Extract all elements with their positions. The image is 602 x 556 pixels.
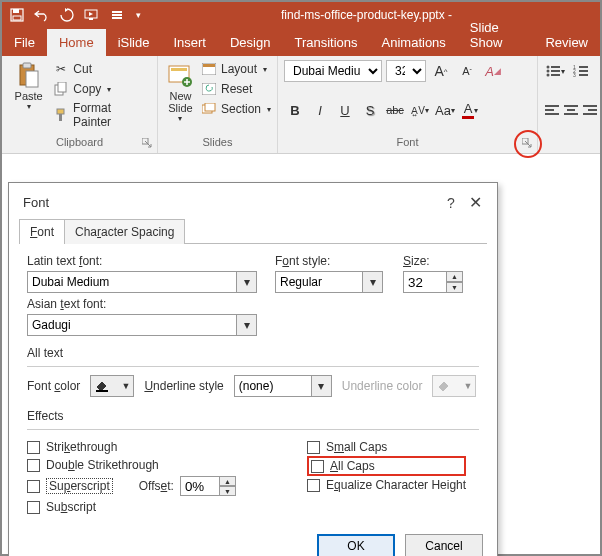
new-slide-button[interactable]: New Slide ▾ (164, 60, 197, 125)
svg-rect-7 (112, 17, 122, 19)
spin-up[interactable]: ▲ (447, 271, 463, 282)
svg-rect-46 (96, 390, 108, 392)
bullets-button[interactable]: ▾ (544, 60, 566, 82)
align-left-button[interactable] (544, 99, 560, 121)
shrink-font-button[interactable]: Aˇ (456, 60, 478, 82)
font-style-input[interactable] (275, 271, 363, 293)
tab-transitions[interactable]: Transitions (282, 29, 369, 56)
font-style-combo[interactable]: ▾ (275, 271, 385, 293)
svg-rect-6 (112, 14, 122, 16)
layout-label: Layout (221, 62, 257, 76)
chevron-down-icon[interactable]: ▾ (237, 271, 257, 293)
size-spinner[interactable]: ▲▼ (403, 271, 473, 293)
numbering-button[interactable]: 123 (570, 60, 592, 82)
redo-icon[interactable] (60, 8, 74, 22)
underline-button[interactable]: U (334, 99, 356, 121)
layout-button[interactable]: Layout▾ (201, 60, 271, 78)
chevron-down-icon[interactable]: ▾ (312, 375, 332, 397)
bold-button[interactable]: B (284, 99, 306, 121)
format-painter-button[interactable]: Format Painter (53, 100, 151, 130)
spin-down[interactable]: ▼ (447, 282, 463, 293)
svg-rect-13 (57, 109, 64, 114)
cancel-button[interactable]: Cancel (405, 534, 483, 556)
clipboard-launcher[interactable] (140, 136, 154, 150)
start-from-beginning-icon[interactable] (84, 8, 100, 22)
grow-font-button[interactable]: A^ (430, 60, 452, 82)
double-strike-checkbox[interactable]: Double Strikethrough (27, 456, 277, 474)
tab-animations[interactable]: Animations (370, 29, 458, 56)
subscript-checkbox[interactable]: Subscript (27, 498, 277, 516)
copy-icon (53, 81, 69, 97)
section-button[interactable]: Section▾ (201, 100, 271, 118)
svg-rect-37 (545, 105, 559, 107)
help-button[interactable]: ? (439, 195, 463, 211)
strike-button[interactable]: abc (384, 99, 406, 121)
dialog-tab-spacing[interactable]: Character Spacing (64, 219, 185, 244)
group-clipboard: Paste ▾ ✂Cut Copy▾ Format Painter Clipbo… (2, 56, 158, 153)
layout-icon (201, 61, 217, 77)
underline-style-input[interactable] (234, 375, 312, 397)
font-style-label: Font style: (275, 254, 385, 268)
align-right-button[interactable] (582, 99, 598, 121)
group-font: Dubai Medium 32 A^ Aˇ A◢ B I U S abc A͍V… (278, 56, 538, 153)
small-caps-checkbox[interactable]: Small Caps (307, 438, 466, 456)
italic-button[interactable]: I (309, 99, 331, 121)
equalize-checkbox[interactable]: Equalize Character Height (307, 476, 466, 494)
underline-color-picker: ▼ (432, 375, 476, 397)
latin-font-input[interactable] (27, 271, 237, 293)
change-case-button[interactable]: Aa▾ (434, 99, 456, 121)
chevron-down-icon[interactable]: ▾ (237, 314, 257, 336)
copy-button[interactable]: Copy▾ (53, 80, 151, 98)
tab-islide[interactable]: iSlide (106, 29, 162, 56)
paint-bucket-icon (94, 379, 110, 393)
underline-style-combo[interactable]: ▾ (234, 375, 332, 397)
save-icon[interactable] (10, 8, 24, 22)
tab-insert[interactable]: Insert (161, 29, 218, 56)
latin-font-combo[interactable]: ▾ (27, 271, 257, 293)
clear-formatting-button[interactable]: A◢ (482, 60, 504, 82)
dialog-title: Font (23, 195, 49, 210)
asian-font-combo[interactable]: ▾ (27, 314, 257, 336)
size-input[interactable] (403, 271, 447, 293)
reset-label: Reset (221, 82, 252, 96)
spin-up[interactable]: ▲ (220, 476, 236, 486)
font-name-select[interactable]: Dubai Medium (284, 60, 382, 82)
tab-file[interactable]: File (2, 29, 47, 56)
reset-button[interactable]: Reset (201, 80, 271, 98)
offset-input[interactable] (180, 476, 220, 496)
undo-icon[interactable] (34, 8, 50, 22)
align-center-button[interactable] (563, 99, 579, 121)
svg-rect-26 (551, 66, 560, 68)
svg-rect-39 (545, 113, 559, 115)
close-button[interactable]: ✕ (463, 193, 487, 212)
char-spacing-button[interactable]: A͍V▾ (409, 99, 431, 121)
new-slide-icon (166, 62, 194, 90)
strike-checkbox[interactable]: Strikethrough (27, 438, 277, 456)
shadow-button[interactable]: S (359, 99, 381, 121)
tab-slideshow[interactable]: Slide Show (458, 14, 534, 56)
paste-button[interactable]: Paste ▾ (8, 60, 49, 130)
qat-dropdown-icon[interactable]: ▾ (136, 10, 141, 20)
svg-rect-14 (59, 114, 62, 121)
asian-font-input[interactable] (27, 314, 237, 336)
font-size-select[interactable]: 32 (386, 60, 426, 82)
svg-rect-32 (579, 66, 588, 68)
svg-rect-36 (579, 74, 588, 76)
font-color-picker[interactable]: ▼ (90, 375, 134, 397)
qat-more-icon[interactable] (110, 8, 126, 22)
font-dialog-launcher[interactable] (520, 136, 534, 150)
offset-spinner[interactable]: ▲▼ (180, 476, 236, 496)
tab-design[interactable]: Design (218, 29, 282, 56)
cut-button[interactable]: ✂Cut (53, 60, 151, 78)
svg-rect-21 (202, 83, 216, 95)
chevron-down-icon[interactable]: ▾ (363, 271, 383, 293)
asian-font-label: Asian text font: (27, 297, 257, 311)
ok-button[interactable]: OK (317, 534, 395, 556)
spin-down[interactable]: ▼ (220, 486, 236, 496)
tab-review[interactable]: Review (533, 29, 600, 56)
font-color-button[interactable]: A▾ (459, 99, 481, 121)
tab-home[interactable]: Home (47, 29, 106, 56)
superscript-checkbox[interactable]: Superscript Offset: ▲▼ (27, 474, 277, 498)
dialog-tab-font[interactable]: Font (19, 219, 65, 244)
all-caps-checkbox[interactable]: All Caps (307, 456, 466, 476)
